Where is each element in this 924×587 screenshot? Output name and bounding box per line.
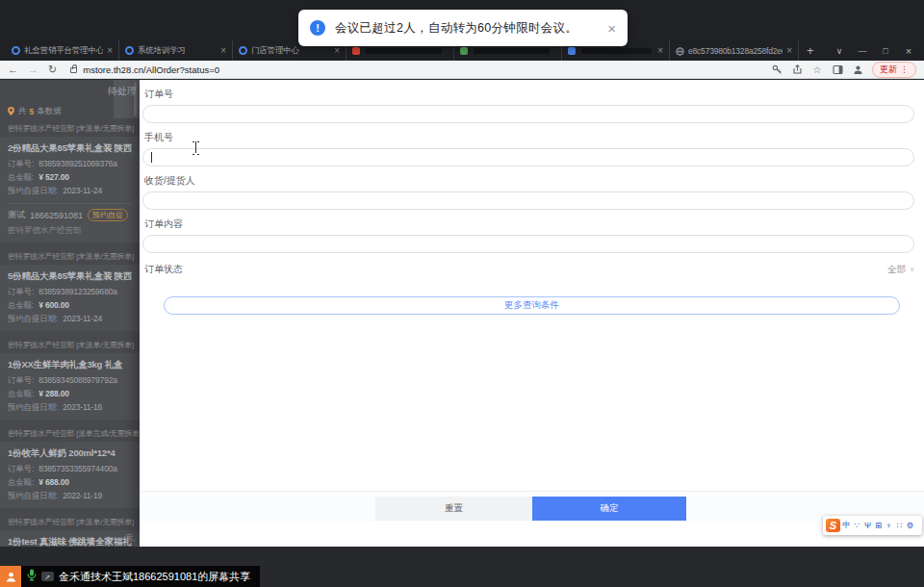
order-card-body: 1份test 真滋味 佛跳墙全家福礼盒 订单号: 838573088354543… (0, 530, 140, 547)
toolbar-right: ☆ 更新 ⋮ (771, 62, 916, 78)
reload-icon[interactable]: ↻ (48, 64, 57, 75)
sidebar-partial-text: 亲, (124, 532, 136, 545)
tab-favicon (460, 47, 468, 55)
chrome-update-button[interactable]: 更新 ⋮ (872, 62, 916, 78)
profile-avatar-icon[interactable] (852, 64, 863, 75)
field-input[interactable] (142, 148, 914, 166)
tab-close-icon[interactable]: × (786, 46, 792, 56)
forward-icon[interactable]: → (28, 64, 38, 75)
chinese-mode-icon[interactable]: 中 (841, 520, 852, 531)
toast-close-icon[interactable]: × (607, 21, 616, 36)
password-key-icon[interactable] (771, 64, 783, 75)
text-caret (151, 152, 152, 163)
row-value: 83859345088979792a (38, 375, 117, 385)
url-address[interactable]: mstore.th28.cn/AllOrder?status=0 (83, 64, 219, 75)
keyboard-icon[interactable]: ⊞ (873, 521, 884, 530)
browser-tab[interactable]: e8c573980b1328a258fd2e6 × (670, 40, 799, 61)
row-label: 预约自提日期: (8, 186, 58, 195)
sogou-ime-toolbar[interactable]: S 中∵Ψ⊞♆∷⚙ (823, 516, 922, 535)
row-value: ¥ 527.00 (38, 172, 69, 182)
page-content: 待处理 共 5 条数据 密特罗德水产经营部 [未派单/无需拆单] 2份精品大果8… (0, 80, 924, 547)
maximize-icon[interactable]: □ (874, 46, 897, 56)
order-detail-row: 预约自提日期: 2023-11-16 (8, 402, 132, 414)
screen-share-bar: ➚ 金禾通技术王斌18662591081的屏幕共享 (0, 566, 260, 587)
form-field: 手机号 (140, 131, 924, 166)
reset-button[interactable]: 重置 (375, 497, 532, 521)
menu-dots-icon[interactable]: ⋮ (900, 64, 909, 74)
tab-close-icon[interactable]: × (107, 46, 113, 56)
order-card-header: 密特罗德水产经营部 [未派单/无需拆单] (0, 336, 140, 353)
order-cards: 密特罗德水产经营部 [未派单/无需拆单] 2份精品大果85苹果礼盒装 陕西洛阳1… (0, 119, 140, 547)
order-card-header: 密特罗德水产经营部 [未派单/无需拆单] (0, 247, 140, 265)
tab-close-icon[interactable]: × (657, 46, 663, 56)
order-detail-row: 预约自提日期: 2023-11-24 (8, 314, 132, 325)
field-input[interactable] (142, 105, 914, 123)
punctuation-icon[interactable]: ∵ (852, 521, 862, 530)
row-label: 预约自提日期: (8, 314, 58, 323)
settings-icon[interactable]: ⚙ (905, 521, 915, 530)
order-card[interactable]: 密特罗德水产经营部 [未派单/无需拆单] 5份精品大果85苹果礼盒装 陕西洛阳1… (0, 247, 140, 331)
tab-favicon (352, 47, 360, 55)
order-card[interactable]: 密特罗德水产经营部 [派单完成/无需拆单] 1份牧羊人鲜奶 200ml*12*4… (0, 424, 140, 508)
field-label: 手机号 (144, 131, 924, 144)
obscured-tab-title (474, 48, 550, 54)
back-icon[interactable]: ← (8, 64, 18, 75)
bookmark-star-icon[interactable]: ☆ (811, 64, 823, 75)
window-controls: ∨—□× (828, 40, 924, 61)
row-value: 2023-11-24 (63, 314, 102, 323)
order-card-body: 1份XX生鲜羊肉礼盒3kg 礼盒 订单号: 83859345088979792a… (0, 353, 140, 420)
minimize-icon[interactable]: — (851, 46, 874, 56)
more-conditions-button[interactable]: 更多查询条件 (164, 296, 900, 315)
order-card[interactable]: 密特罗德水产经营部 [未派单/无需拆单] 1份XX生鲜羊肉礼盒3kg 礼盒 订单… (0, 336, 140, 420)
skin-icon[interactable]: ♆ (884, 521, 894, 530)
order-status-select[interactable]: 全部 ∨ (887, 264, 914, 276)
obscured-tab-title (581, 48, 652, 54)
screen: 礼盒营销平台管理中心 × 系统培训学习 × 门店管理中心 × × e8c5739… (0, 0, 924, 587)
sogou-logo-icon[interactable]: S (826, 519, 840, 532)
order-card[interactable]: 密特罗德水产经营部 [未派单/无需拆单] 2份精品大果85苹果礼盒装 陕西洛阳1… (0, 119, 140, 242)
share-status: ➚ 金禾通技术王斌18662591081的屏幕共享 (21, 566, 260, 587)
tab-favicon (568, 47, 576, 55)
tab-close-icon[interactable]: × (334, 46, 340, 56)
toolbox-icon[interactable]: ∷ (894, 521, 905, 530)
tab-close-icon[interactable]: × (220, 46, 226, 56)
pending-tab-label[interactable]: 待处理 (108, 85, 137, 98)
order-status-row[interactable]: 订单状态 全部 ∨ (144, 263, 914, 276)
browser-tab[interactable]: 礼盒营销平台管理中心 × (6, 40, 119, 61)
microphone-icon[interactable] (27, 568, 37, 585)
order-rows: 订单号: 83857353355974400a 总金额: ¥ 688.00 预约… (8, 464, 132, 502)
order-detail-row: 预约自提日期: 2022-11-19 (8, 491, 132, 502)
order-card-header: 密特罗德水产经营部 [未派单/无需拆单] (0, 513, 140, 530)
browser-toolbar: ← → ↻ mstore.th28.cn/AllOrder?status=0 ☆… (0, 61, 924, 79)
close-icon[interactable]: × (897, 45, 920, 57)
field-input[interactable] (142, 191, 914, 210)
order-status-label: 订单状态 (144, 263, 183, 276)
screen-share-icon[interactable]: ➚ (41, 572, 54, 581)
participant-icon[interactable] (0, 566, 21, 587)
customer-name: 测试 (8, 209, 25, 221)
location-pin-icon (8, 107, 14, 117)
ssl-lock-icon[interactable] (70, 67, 77, 73)
order-product: 1份牧羊人鲜奶 200ml*12*4 (8, 447, 132, 460)
count-suffix: 条数据 (37, 106, 62, 117)
row-value: 83859389251069376a (38, 159, 117, 168)
row-label: 总金额: (8, 389, 34, 398)
info-icon: ! (310, 20, 325, 36)
voice-input-icon[interactable]: Ψ (862, 521, 873, 530)
browser-tab[interactable]: 系统培训学习 × (119, 40, 233, 61)
order-card-header: 密特罗德水产经营部 [未派单/无需拆单] (0, 119, 140, 137)
order-card[interactable]: 密特罗德水产经营部 [未派单/无需拆单] 1份test 真滋味 佛跳墙全家福礼盒… (0, 513, 140, 547)
tab-search-chevron-icon[interactable]: ∨ (828, 46, 851, 56)
order-status-value: 全部 (887, 264, 906, 276)
order-detail-row: 总金额: ¥ 688.00 (8, 477, 132, 489)
tab-title: 门店管理中心 (251, 45, 330, 57)
order-product: 2份精品大果85苹果礼盒装 陕西洛阳16 (8, 142, 132, 155)
confirm-button[interactable]: 确定 (532, 497, 686, 521)
order-card-body: 2份精品大果85苹果礼盒装 陕西洛阳16 订单号: 83859389251069… (0, 137, 140, 242)
row-label: 总金额: (8, 172, 34, 182)
field-input[interactable] (142, 235, 914, 253)
new-tab-button[interactable]: + (799, 40, 822, 61)
order-detail-row: 订单号: 83859389123259680a (8, 287, 132, 298)
side-panel-icon[interactable] (832, 64, 843, 75)
share-icon[interactable] (791, 64, 803, 75)
